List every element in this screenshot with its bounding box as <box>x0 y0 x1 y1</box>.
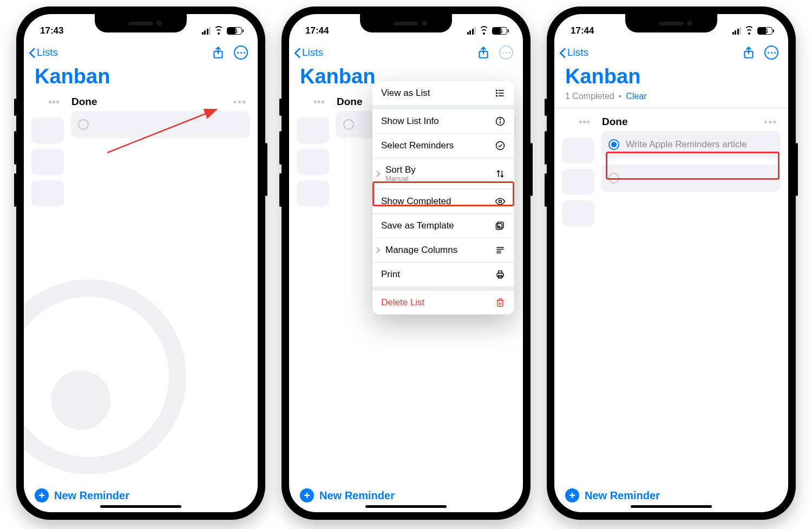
more-menu: View as List Show List Info Select Remin… <box>372 81 514 315</box>
menu-show-list-info[interactable]: Show List Info <box>372 109 514 133</box>
status-right: 56 <box>732 27 775 35</box>
status-right: 56 <box>467 27 509 35</box>
menu-save-as-template[interactable]: Save as Template <box>372 214 514 238</box>
wifi-icon <box>214 27 224 35</box>
back-button[interactable]: Lists <box>29 47 58 58</box>
eye-icon <box>495 196 506 207</box>
previous-column-peek[interactable]: ••• <box>562 112 594 226</box>
list-icon <box>495 88 506 99</box>
template-icon <box>495 220 506 231</box>
check-circle-icon <box>495 140 506 151</box>
screen-3: 17:44 56 Lists <box>554 14 788 512</box>
svg-point-8 <box>496 93 497 94</box>
watermark <box>24 279 186 474</box>
svg-point-12 <box>500 119 500 120</box>
reminder-radio[interactable] <box>78 119 89 130</box>
share-button[interactable] <box>742 45 756 60</box>
plus-circle-icon: + <box>300 488 314 502</box>
info-icon <box>495 116 506 127</box>
clear-completed-button[interactable]: Clear <box>626 92 646 101</box>
new-reminder-label: New Reminder <box>319 489 395 502</box>
notch <box>360 14 452 32</box>
notch <box>625 14 717 32</box>
cellular-icon <box>467 27 476 35</box>
completed-summary: 1 Completed • Clear <box>554 92 788 106</box>
previous-column-peek[interactable]: ••• <box>31 92 64 206</box>
new-reminder-label: New Reminder <box>54 489 129 502</box>
wifi-icon <box>479 27 489 35</box>
home-indicator[interactable] <box>365 505 447 508</box>
chevron-left-icon <box>294 47 301 58</box>
battery-icon: 56 <box>227 27 244 35</box>
plus-circle-icon: + <box>35 488 49 502</box>
menu-select-reminders[interactable]: Select Reminders <box>372 134 514 158</box>
more-button[interactable] <box>764 45 778 60</box>
battery-icon: 56 <box>757 27 774 35</box>
chevron-left-icon <box>29 47 36 58</box>
svg-point-13 <box>496 142 505 150</box>
column-more-button[interactable]: ••• <box>233 96 247 108</box>
menu-print[interactable]: Print <box>372 263 514 286</box>
share-button[interactable] <box>476 45 490 60</box>
home-indicator[interactable] <box>100 505 181 508</box>
more-button[interactable] <box>499 45 513 60</box>
status-time: 17:44 <box>571 25 594 36</box>
more-button[interactable] <box>234 45 248 60</box>
empty-reminder-row[interactable] <box>70 111 250 138</box>
column-done: Done ••• Write Apple Reminders article <box>601 112 788 226</box>
screen-1: 17:43 56 Lists <box>24 14 258 512</box>
column-options-icon: ••• <box>48 96 60 112</box>
menu-show-completed[interactable]: Show Completed <box>372 190 514 213</box>
menu-manage-columns[interactable]: Manage Columns <box>372 238 514 262</box>
screen-2: 17:44 56 Lists <box>289 14 523 512</box>
phone-frame-1: 17:43 56 Lists <box>16 6 265 520</box>
previous-column-peek[interactable]: ••• <box>297 92 329 206</box>
list-title: Kanban <box>24 60 258 92</box>
columns-icon <box>495 245 506 256</box>
menu-view-as-list[interactable]: View as List <box>372 81 514 105</box>
completed-count: 1 Completed <box>565 92 614 101</box>
share-icon <box>476 45 490 60</box>
back-label: Lists <box>567 47 588 58</box>
completed-reminder-row[interactable]: Write Apple Reminders article <box>601 131 781 158</box>
svg-point-7 <box>496 90 497 91</box>
wifi-icon <box>744 27 754 35</box>
svg-point-9 <box>496 95 497 96</box>
share-button[interactable] <box>211 45 225 60</box>
status-time: 17:43 <box>40 25 63 36</box>
back-label: Lists <box>302 47 323 58</box>
column-title: Done <box>71 96 97 108</box>
reminder-radio-checked[interactable] <box>608 139 619 150</box>
back-button[interactable]: Lists <box>294 47 323 58</box>
sort-icon <box>495 168 506 179</box>
menu-delete-list[interactable]: Delete List <box>372 291 514 315</box>
notch <box>95 14 187 32</box>
column-options-icon: ••• <box>579 116 590 132</box>
status-right: 56 <box>202 27 244 35</box>
share-icon <box>211 45 225 60</box>
svg-rect-26 <box>497 301 503 306</box>
plus-circle-icon: + <box>565 488 579 502</box>
menu-sort-by[interactable]: Sort By Manual <box>372 158 514 189</box>
new-reminder-label: New Reminder <box>585 489 660 502</box>
svg-point-14 <box>499 200 502 203</box>
svg-rect-24 <box>499 271 502 273</box>
back-button[interactable]: Lists <box>560 47 588 58</box>
reminder-radio[interactable] <box>608 173 619 184</box>
empty-reminder-row[interactable] <box>601 165 781 192</box>
chevron-left-icon <box>560 47 566 58</box>
column-title: Done <box>602 116 628 128</box>
chevron-right-icon <box>374 171 379 177</box>
column-options-icon: ••• <box>313 96 325 112</box>
back-label: Lists <box>37 47 58 58</box>
svg-rect-15 <box>497 222 503 228</box>
reminder-title: Write Apple Reminders article <box>626 139 747 150</box>
column-done: Done ••• <box>70 92 258 206</box>
share-icon <box>742 45 756 60</box>
home-indicator[interactable] <box>631 505 712 508</box>
column-title: Done <box>337 96 363 108</box>
status-time: 17:44 <box>305 25 329 36</box>
reminder-radio[interactable] <box>343 119 354 130</box>
column-more-button[interactable]: ••• <box>764 116 777 128</box>
printer-icon <box>495 269 506 280</box>
